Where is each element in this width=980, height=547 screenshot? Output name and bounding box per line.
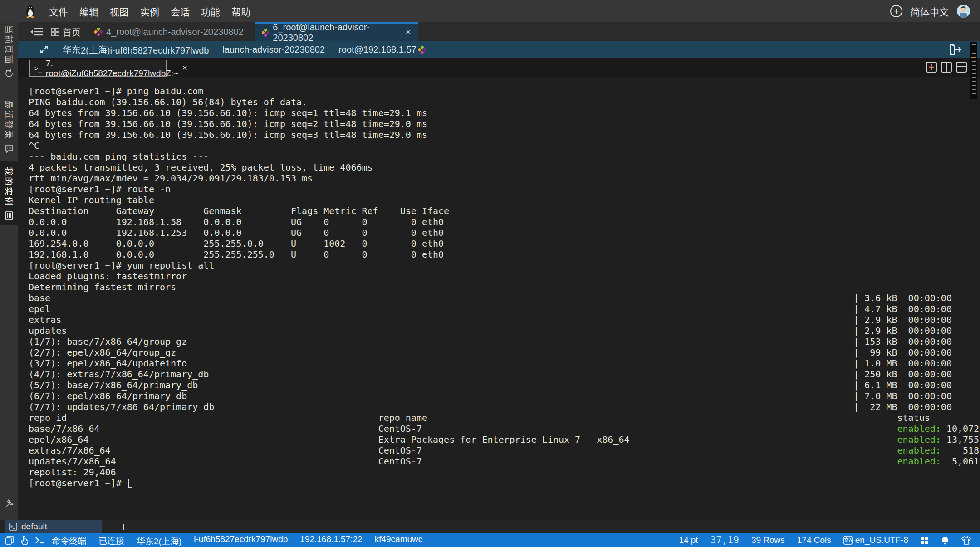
sidebar-item-label: 我的实例: [3, 167, 15, 207]
status-connection-state[interactable]: 已连接: [98, 534, 124, 547]
ruler-mark: [972, 85, 976, 86]
menu-item[interactable]: 实例: [140, 5, 160, 18]
terminal-line: --- baidu.com ping statistics ---: [29, 151, 980, 162]
sidebar-item-label: 最近登录: [3, 100, 15, 140]
bell-icon[interactable]: [941, 536, 949, 545]
ruler-mark: [972, 49, 976, 49]
session-tab-bar: 首页 4_root@launch-advisor-20230802 6_root…: [18, 22, 980, 41]
menu-item[interactable]: 视图: [109, 5, 129, 18]
centos-icon: [418, 46, 426, 54]
bottom-tab-row: default +: [0, 520, 980, 533]
login-user-host[interactable]: root@192.168.1.57: [338, 44, 416, 55]
tab-label: 6_root@launch-advisor-20230802: [273, 22, 399, 43]
ruler-mark: [972, 61, 976, 62]
ruler-mark: [972, 93, 976, 94]
menu-item[interactable]: 帮助: [231, 5, 251, 18]
font-size-indicator[interactable]: 14 pt: [679, 535, 698, 545]
encoding-indicator[interactable]: en_US.UTF-8: [855, 535, 908, 545]
status-terminal-type[interactable]: 命令终端: [52, 534, 86, 547]
terminal-line: (7/7): updates/7/x86_64/primary_db | 22 …: [29, 401, 980, 412]
terminal-line: base/7/x86_64 CentOS-7 enabled: 10,072: [29, 423, 980, 434]
ruler-mark: [972, 81, 976, 82]
home-grid-icon: [51, 28, 59, 36]
status-host-port[interactable]: 192.168.1.57:22: [300, 534, 362, 547]
terminal-line: 64 bytes from 39.156.66.10 (39.156.66.10…: [29, 107, 980, 118]
hand-icon[interactable]: [20, 536, 28, 545]
terminal-output[interactable]: [root@server1 ~]# ping baidu.comPING bai…: [18, 77, 980, 520]
terminal-line: rtt min/avg/max/mdev = 29.034/29.091/29.…: [29, 173, 980, 184]
instance-name[interactable]: launch-advisor-20230802: [222, 44, 325, 55]
terminal-line: 64 bytes from 39.156.66.10 (39.156.66.10…: [29, 118, 980, 129]
status-instance-id[interactable]: i-uf6h5827ecdrk797lwdb: [194, 534, 288, 547]
region-instance-id[interactable]: 华东2(上海)i-uf6h5827ecdrk797lwdb: [63, 43, 209, 56]
status-session-id[interactable]: kf49camuwc: [375, 534, 423, 547]
close-tab-icon[interactable]: ×: [405, 26, 411, 37]
menu-item[interactable]: 文件: [49, 5, 69, 18]
terminal-line: (2/7): epel/x86_64/group_gz | 99 kB 00:0…: [29, 347, 980, 358]
bottom-tab-default[interactable]: default: [5, 520, 102, 533]
rows-indicator: 39 Rows: [751, 535, 785, 545]
tab-session-6[interactable]: 6_root@launch-advisor-20230802 ×: [255, 22, 418, 41]
expand-icon[interactable]: [39, 44, 49, 54]
terminal-line: base | 3.6 kB 00:00:00: [29, 293, 980, 303]
ruler-mark-current: [971, 57, 976, 58]
close-terminal-tab-icon[interactable]: ×: [182, 62, 187, 73]
terminal-tab[interactable]: >_ 7. root@iZuf6h5827ecdrk797lwdbZ:~ ×: [29, 60, 167, 77]
tab-home[interactable]: 首页: [51, 25, 81, 39]
terminal-line: 4 packets transmitted, 3 received, 25% p…: [29, 162, 980, 173]
terminal-prompt-icon[interactable]: [35, 537, 44, 544]
terminal-line: (1/7): base/7/x86_64/group_gz | 153 kB 0…: [29, 336, 980, 347]
language-selector[interactable]: 简体中文: [911, 5, 949, 18]
terminal-line: Kernel IP routing table: [29, 195, 980, 205]
terminal-line: [root@server1 ~]# yum repolist all: [29, 260, 980, 271]
tab-session-4[interactable]: 4_root@launch-advisor-20230802: [87, 22, 251, 41]
sidebar-item-3[interactable]: 我的实例: [0, 161, 18, 225]
ruler-mark: [972, 89, 976, 90]
menu-item[interactable]: 会话: [170, 5, 190, 18]
status-left-items: 命令终端已连接华东2(上海)i-uf6h5827ecdrk797lwdb192.…: [52, 534, 422, 547]
terminal-line: Loaded plugins: fastestmirror: [29, 271, 980, 282]
terminal-line: 169.254.0.0 0.0.0.0 255.255.0.0 U 1002 0…: [29, 238, 980, 249]
terminal-tab-row: >_ 7. root@iZuf6h5827ecdrk797lwdbZ:~ ×: [18, 58, 980, 77]
terminal-line: 192.168.1.0 0.0.0.0 255.255.255.0 U 0 0 …: [29, 249, 980, 260]
server-icon: [5, 211, 14, 220]
sidebar-item-1[interactable]: 当前页面: [0, 25, 18, 78]
terminal-line: (5/7): base/7/x86_64/primary_db | 6.1 MB…: [29, 380, 980, 391]
terminal-line: extras | 2.9 kB 00:00:00: [29, 314, 980, 325]
terminal-line: [root@server1 ~]#: [29, 478, 980, 488]
refresh-icon: [5, 69, 14, 78]
tab-label: 4_root@launch-advisor-20230802: [106, 27, 244, 37]
window-icon[interactable]: [5, 536, 14, 545]
terminal-line: 0.0.0.0 192.168.1.253 0.0.0.0 UG 0 0 0 e…: [29, 227, 980, 238]
translate-icon: 文A: [843, 536, 853, 545]
new-bottom-tab-button[interactable]: +: [120, 520, 127, 533]
grid-icon[interactable]: [921, 536, 929, 544]
terminal-line: [root@server1 ~]# route -n: [29, 184, 980, 195]
terminal-line: repo id repo name status: [29, 412, 980, 423]
left-sidebar: 当前页面最近登录我的实例: [0, 22, 18, 520]
avatar[interactable]: [957, 5, 970, 18]
add-session-icon[interactable]: +: [890, 5, 902, 17]
terminal-scroll-ruler[interactable]: [970, 42, 977, 99]
home-tab-label: 首页: [63, 25, 81, 39]
pin-icon[interactable]: [4, 498, 14, 508]
terminal-line: 0.0.0.0 192.168.1.58 0.0.0.0 UG 0 0 0 et…: [29, 216, 980, 227]
menu-item[interactable]: 功能: [201, 5, 220, 18]
vertical-split-icon[interactable]: [941, 61, 952, 73]
terminal-line: (3/7): epel/x86_64/updateinfo | 1.0 MB 0…: [29, 358, 980, 369]
new-split-icon[interactable]: [926, 61, 937, 73]
terminal-line: 64 bytes from 39.156.66.10 (39.156.66.10…: [29, 129, 980, 140]
menu-item[interactable]: 编辑: [79, 5, 99, 18]
sidebar-item-2[interactable]: 最近登录: [0, 100, 18, 153]
logout-icon[interactable]: [949, 44, 962, 55]
cursor-position: 37,19: [710, 535, 739, 546]
terminal-tab-label: 7. root@iZuf6h5827ecdrk797lwdbZ:~: [46, 59, 178, 78]
terminal-line: (6/7): epel/x86_64/primary_db | 7.0 MB 0…: [29, 391, 980, 401]
terminal-cursor: [128, 479, 132, 488]
status-region[interactable]: 华东2(上海): [137, 534, 181, 547]
sidebar-item-label: 当前页面: [3, 25, 15, 65]
chat-icon: [5, 144, 14, 153]
shirt-icon[interactable]: [961, 536, 971, 545]
collapse-sidebar-icon[interactable]: [30, 26, 44, 37]
horizontal-split-icon[interactable]: [956, 61, 967, 73]
